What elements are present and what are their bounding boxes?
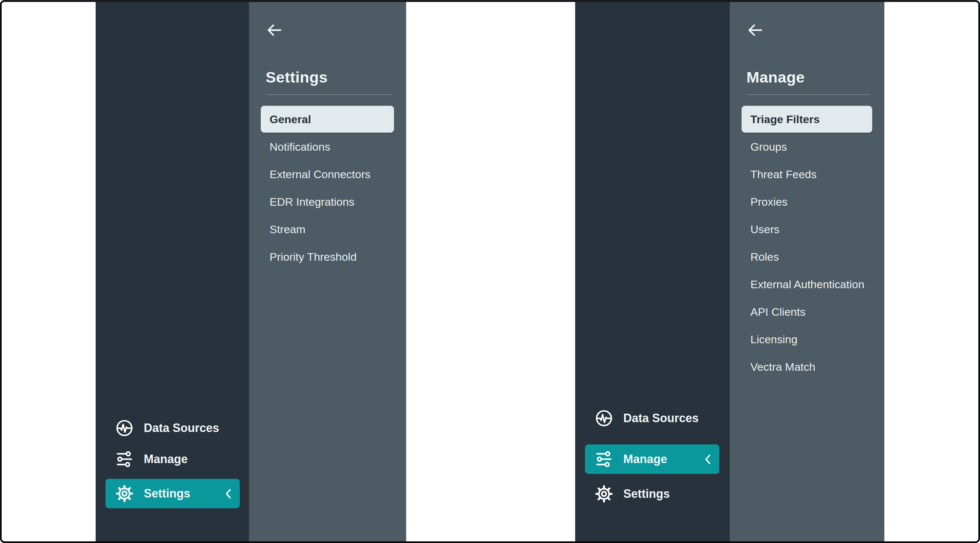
- menu-item-triage-filters[interactable]: Triage Filters: [741, 106, 872, 133]
- panel-title: Manage: [746, 69, 805, 85]
- pulse-circle-icon: [115, 419, 134, 437]
- primary-nav-rail-right: Data Sources Manage: [575, 0, 730, 543]
- rail-item-manage[interactable]: Manage: [105, 450, 240, 468]
- primary-nav-rail-left: Data Sources Manage Settings: [95, 0, 249, 543]
- menu-item-general[interactable]: General: [261, 106, 394, 133]
- settings-menu: General Notifications External Connector…: [261, 106, 394, 271]
- menu-item-threat-feeds[interactable]: Threat Feeds: [741, 161, 872, 188]
- rail-item-label: Manage: [144, 452, 188, 466]
- menu-item-roles[interactable]: Roles: [741, 243, 872, 270]
- menu-item-licensing[interactable]: Licensing: [741, 326, 872, 353]
- rail-item-data-sources[interactable]: Data Sources: [585, 409, 719, 427]
- menu-item-priority-threshold[interactable]: Priority Threshold: [261, 243, 394, 270]
- menu-item-groups[interactable]: Groups: [741, 133, 872, 160]
- pulse-circle-icon: [595, 409, 613, 427]
- manage-menu: Triage Filters Groups Threat Feeds Proxi…: [741, 106, 872, 381]
- menu-item-notifications[interactable]: Notifications: [261, 133, 394, 160]
- menu-item-proxies[interactable]: Proxies: [741, 188, 872, 215]
- panel-title: Settings: [266, 69, 328, 85]
- gear-icon: [115, 484, 134, 503]
- menu-item-external-connectors[interactable]: External Connectors: [261, 161, 394, 188]
- menu-item-users[interactable]: Users: [741, 216, 872, 243]
- rail-item-data-sources[interactable]: Data Sources: [105, 419, 240, 437]
- settings-subnav-panel: Settings General Notifications External …: [249, 0, 406, 543]
- back-button[interactable]: [266, 23, 283, 37]
- rail-item-settings[interactable]: Settings: [585, 485, 719, 503]
- sliders-icon: [595, 450, 613, 468]
- menu-item-external-authentication[interactable]: External Authentication: [741, 271, 872, 298]
- menu-item-stream[interactable]: Stream: [261, 216, 394, 243]
- rail-item-manage-active[interactable]: Manage: [585, 444, 719, 474]
- rail-item-label: Data Sources: [623, 411, 698, 425]
- menu-item-vectra-match[interactable]: Vectra Match: [741, 354, 872, 380]
- chevron-left-icon: [704, 454, 711, 465]
- rail-item-label: Manage: [623, 452, 667, 466]
- rail-item-label: Settings: [144, 487, 190, 500]
- menu-item-api-clients[interactable]: API Clients: [741, 298, 872, 325]
- back-button[interactable]: [747, 23, 764, 37]
- rail-item-label: Settings: [623, 487, 670, 501]
- arrow-left-icon: [747, 24, 763, 37]
- rail-item-label: Data Sources: [144, 421, 219, 435]
- manage-subnav-panel: Manage Triage Filters Groups Threat Feed…: [730, 0, 885, 543]
- arrow-left-icon: [266, 24, 282, 37]
- gear-icon: [595, 485, 613, 503]
- menu-item-edr-integrations[interactable]: EDR Integrations: [261, 188, 394, 215]
- rail-item-settings-active[interactable]: Settings: [105, 479, 240, 508]
- title-divider: [748, 94, 870, 95]
- title-divider: [267, 94, 392, 95]
- chevron-left-icon: [225, 488, 232, 499]
- sliders-icon: [115, 450, 134, 468]
